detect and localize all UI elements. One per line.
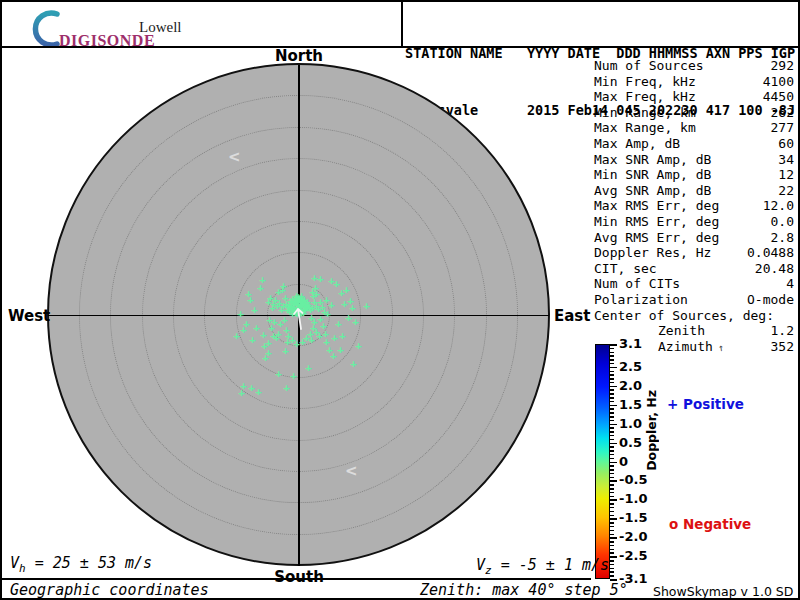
stat-row: PolarizationO-mode xyxy=(594,292,794,308)
source-marker: + xyxy=(262,352,269,363)
stat-value: 4100 xyxy=(763,74,794,90)
legend-positive: + Positive xyxy=(667,396,744,412)
colorbar-minor-tick xyxy=(610,507,614,509)
stat-label: Min Freq, kHz xyxy=(594,74,696,90)
header-rule xyxy=(2,46,798,48)
stat-row: Doppler Res, Hz0.0488 xyxy=(594,245,794,261)
colorbar-minor-tick xyxy=(610,541,614,543)
compass-label-south: South xyxy=(274,568,324,586)
source-marker: + xyxy=(261,340,268,351)
stat-row: Max SNR Amp, dB34 xyxy=(594,152,794,168)
stat-label: Max SNR Amp, dB xyxy=(594,152,711,168)
skymap-window: Lowell DIGISONDE STATION NAME YYYY DATE … xyxy=(0,0,800,600)
lowell-digisonde-logo: Lowell DIGISONDE xyxy=(26,8,206,48)
vh-value: = 25 ± 53 m/s xyxy=(26,554,152,572)
colorbar-minor-tick xyxy=(610,431,614,433)
colorbar-major-tick xyxy=(610,443,617,445)
stat-row: Max Freq, kHz4450 xyxy=(594,89,794,105)
colorbar-minor-tick xyxy=(610,435,614,437)
source-marker: + xyxy=(343,284,350,295)
horizontal-velocity-readout: Vh = 25 ± 53 m/s xyxy=(10,554,152,575)
colorbar-minor-tick xyxy=(610,352,614,354)
chevron-glyph: < xyxy=(345,462,358,480)
source-marker: + xyxy=(308,334,315,345)
vh-subscript: h xyxy=(19,562,26,575)
source-marker: + xyxy=(333,278,340,289)
coordinate-system-label: Geographic coordinates xyxy=(10,581,209,599)
stat-label: Num of Sources xyxy=(594,58,704,74)
colorbar-minor-tick xyxy=(610,488,614,490)
source-marker: + xyxy=(363,300,370,311)
vh-symbol: V xyxy=(10,554,19,572)
colorbar-minor-tick xyxy=(610,522,614,524)
colorbar-minor-tick xyxy=(610,473,614,475)
stat-label: Avg RMS Err, deg xyxy=(594,230,719,246)
azimuth-arrow-icon: ↑ xyxy=(717,339,725,355)
stat-label: Min Range, km xyxy=(594,105,696,121)
source-marker: + xyxy=(352,316,359,327)
colorbar-minor-tick xyxy=(610,389,614,391)
colorbar-minor-tick xyxy=(610,450,614,452)
colorbar-major-tick xyxy=(610,480,617,482)
colorbar-tick-label: 2.0 xyxy=(619,378,642,393)
source-marker: + xyxy=(331,332,338,343)
compass-label-west: West xyxy=(8,307,44,325)
vz-subscript: z xyxy=(485,564,492,577)
stat-label: Avg SNR Amp, dB xyxy=(594,183,711,199)
colorbar-minor-tick xyxy=(610,401,614,403)
stat-label: Num of CITs xyxy=(594,276,680,292)
colorbar-minor-tick xyxy=(610,393,614,395)
colorbar-minor-tick xyxy=(610,465,614,467)
colorbar-minor-tick xyxy=(610,420,614,422)
legend-negative: o Negative xyxy=(669,516,751,532)
colorbar-minor-tick xyxy=(610,363,614,365)
stat-row: Min Range, km262 xyxy=(594,105,794,121)
colorbar-minor-tick xyxy=(610,496,614,498)
source-marker: + xyxy=(282,345,289,356)
colorbar-minor-tick xyxy=(610,560,614,562)
colorbar-major-tick xyxy=(610,405,617,407)
colorbar-minor-tick xyxy=(610,526,614,528)
source-marker: + xyxy=(350,358,357,369)
source-marker: + xyxy=(266,314,273,325)
colorbar-major-tick xyxy=(610,386,617,388)
source-marker: + xyxy=(341,298,348,309)
colorbar-minor-tick xyxy=(610,408,614,410)
colorbar-major-tick xyxy=(610,556,617,558)
colorbar-minor-tick xyxy=(610,549,614,551)
colorbar-tick-label: 0 xyxy=(619,454,628,469)
stat-row: Max Amp, dB60 xyxy=(594,136,794,152)
chevron-glyph: < xyxy=(228,148,241,166)
colorbar-minor-tick xyxy=(610,515,614,517)
colorbar-tick-label: 2.5 xyxy=(619,359,642,374)
compass-label-east: East xyxy=(554,307,590,325)
colorbar-minor-tick xyxy=(610,552,614,554)
colorbar-minor-tick xyxy=(610,355,614,357)
colorbar-tick-label: -1.0 xyxy=(619,491,647,506)
stat-label: Zenith xyxy=(594,323,705,339)
colorbar-minor-tick xyxy=(610,503,614,505)
stat-row: Avg RMS Err, deg2.8 xyxy=(594,230,794,246)
source-marker: + xyxy=(275,368,282,379)
colorbar-minor-tick xyxy=(610,348,614,350)
colorbar-tick-label: -0.5 xyxy=(619,472,647,487)
source-marker: + xyxy=(330,350,337,361)
source-marker: + xyxy=(335,318,342,329)
stat-row: Center of Sources, deg: xyxy=(594,308,794,324)
vz-symbol: V xyxy=(476,556,485,574)
vz-value: = -5 ± 1 m/s xyxy=(492,556,609,574)
colorbar-minor-tick xyxy=(610,469,614,471)
stat-value: 277 xyxy=(771,120,794,136)
stat-value: 292 xyxy=(771,58,794,74)
colorbar-major-tick xyxy=(610,518,617,520)
colorbar-minor-tick xyxy=(610,530,614,532)
stat-row: Max Range, km277 xyxy=(594,120,794,136)
colorbar-minor-tick xyxy=(610,477,614,479)
colorbar-major-tick xyxy=(610,499,617,501)
stat-row: Avg SNR Amp, dB22 xyxy=(594,183,794,199)
doppler-colorbar xyxy=(595,344,610,579)
stat-label: Min RMS Err, deg xyxy=(594,214,719,230)
colorbar-minor-tick xyxy=(610,492,614,494)
source-marker: + xyxy=(328,299,335,310)
colorbar-title: Doppler, Hz xyxy=(644,390,659,471)
